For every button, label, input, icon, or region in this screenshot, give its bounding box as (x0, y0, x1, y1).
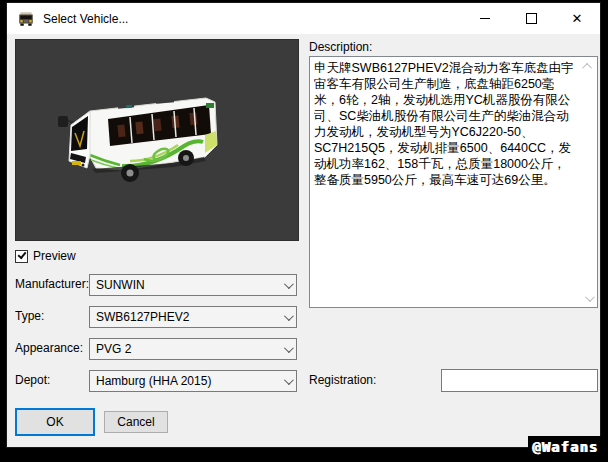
titlebar[interactable]: Select Vehicle... ✕ (7, 3, 600, 34)
manufacturer-dropdown[interactable]: SUNWIN (89, 274, 297, 296)
check-icon (18, 249, 27, 258)
scroll-down-button[interactable] (580, 290, 596, 306)
manufacturer-value: SUNWIN (96, 278, 278, 292)
description-label: Description: (309, 40, 372, 54)
watermark: @Wafans (528, 436, 602, 459)
preview-checkbox-label: Preview (33, 249, 76, 263)
registration-label: Registration: (309, 373, 376, 387)
chevron-down-icon (584, 292, 594, 302)
appearance-label: Appearance: (15, 341, 83, 355)
bus-app-icon (17, 10, 35, 28)
window-title: Select Vehicle... (43, 12, 128, 26)
type-value: SWB6127PHEV2 (96, 310, 278, 324)
close-button[interactable]: ✕ (554, 3, 600, 34)
vehicle-preview-panel[interactable] (15, 39, 299, 241)
chevron-down-icon (278, 346, 296, 353)
maximize-button[interactable] (508, 3, 554, 34)
chevron-up-icon (582, 62, 592, 72)
maximize-icon (526, 13, 537, 24)
preview-checkbox-row[interactable]: Preview (15, 249, 76, 263)
depot-value: Hamburg (HHA 2015) (96, 374, 278, 388)
description-scrollbar[interactable] (580, 58, 596, 306)
description-textarea[interactable]: 申天牌SWB6127PHEV2混合动力客车底盘由宇宙客车有限公司生产制造，底盘轴… (309, 56, 598, 308)
preview-checkbox[interactable] (15, 250, 28, 263)
minimize-icon (480, 18, 490, 19)
description-text: 申天牌SWB6127PHEV2混合动力客车底盘由宇宙客车有限公司生产制造，底盘轴… (314, 60, 577, 304)
type-label: Type: (15, 309, 44, 323)
manufacturer-label: Manufacturer: (15, 277, 89, 291)
close-icon: ✕ (572, 12, 583, 25)
scroll-up-button[interactable] (580, 58, 596, 74)
chevron-down-icon (278, 378, 296, 385)
ok-button[interactable]: OK (15, 408, 95, 436)
chevron-down-icon (278, 282, 296, 289)
appearance-value: PVG 2 (96, 342, 278, 356)
select-vehicle-dialog: Select Vehicle... ✕ (6, 2, 601, 448)
cancel-button[interactable]: Cancel (104, 411, 168, 433)
registration-input[interactable] (441, 369, 598, 392)
depot-label: Depot: (15, 373, 50, 387)
minimize-button[interactable] (462, 3, 508, 34)
chevron-down-icon (278, 314, 296, 321)
vehicle-preview-image (56, 95, 232, 195)
type-dropdown[interactable]: SWB6127PHEV2 (89, 306, 297, 328)
appearance-dropdown[interactable]: PVG 2 (89, 338, 297, 360)
depot-dropdown[interactable]: Hamburg (HHA 2015) (89, 370, 297, 392)
